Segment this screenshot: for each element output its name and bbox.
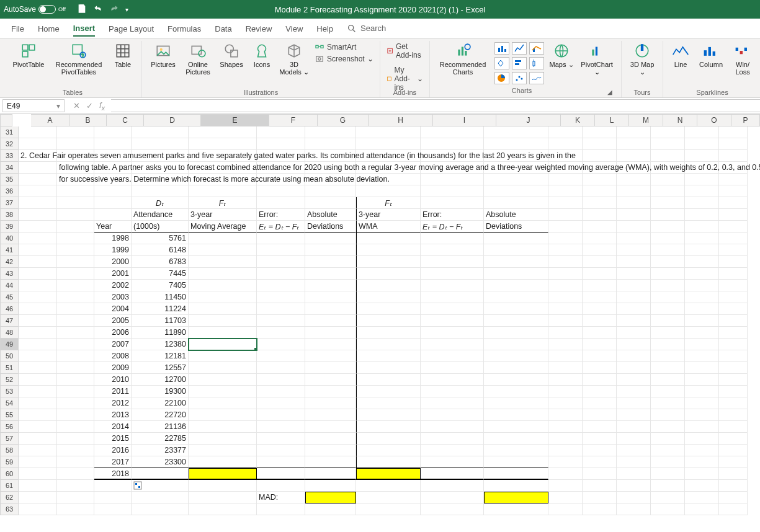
- cell[interactable]: [57, 280, 94, 291]
- cell[interactable]: [257, 350, 305, 362]
- cell[interactable]: [189, 303, 257, 315]
- scatter-chart-icon[interactable]: [512, 72, 527, 84]
- cell[interactable]: Eₜ = Dₜ − Fₜ: [421, 221, 484, 233]
- cell[interactable]: 2016: [94, 445, 132, 456]
- cell[interactable]: [651, 409, 685, 421]
- cell[interactable]: [617, 386, 651, 397]
- cell[interactable]: [132, 468, 189, 480]
- cell[interactable]: [719, 256, 748, 268]
- cell[interactable]: [94, 492, 132, 503]
- cell[interactable]: [189, 386, 257, 397]
- cell[interactable]: [421, 339, 484, 350]
- cell[interactable]: [548, 339, 583, 350]
- cell[interactable]: [651, 185, 685, 197]
- cell[interactable]: [189, 433, 257, 445]
- cell[interactable]: 12380: [132, 339, 189, 350]
- cell[interactable]: [132, 503, 189, 515]
- select-all-corner[interactable]: [0, 114, 12, 126]
- cell[interactable]: [583, 386, 617, 397]
- cell[interactable]: [685, 386, 719, 397]
- cell[interactable]: [19, 244, 57, 256]
- sparkline-line-button[interactable]: Line: [669, 42, 692, 68]
- cell[interactable]: [94, 138, 132, 150]
- cell[interactable]: [617, 185, 651, 197]
- cell[interactable]: [19, 197, 57, 209]
- cell[interactable]: [356, 503, 421, 515]
- cell[interactable]: Deviations: [484, 221, 548, 233]
- cell[interactable]: [719, 221, 748, 233]
- cell[interactable]: [583, 150, 617, 162]
- cell[interactable]: [356, 303, 421, 315]
- cell[interactable]: [305, 386, 356, 397]
- cell[interactable]: [617, 233, 651, 244]
- cell[interactable]: [189, 185, 257, 197]
- row-header[interactable]: 57: [0, 433, 19, 445]
- sparkline-column-button[interactable]: Column: [697, 42, 725, 68]
- cell[interactable]: 2018: [94, 468, 132, 480]
- cell[interactable]: [132, 480, 189, 492]
- cell[interactable]: [548, 433, 583, 445]
- pivottable-button[interactable]: PivotTable: [10, 42, 47, 68]
- cell[interactable]: [356, 327, 421, 339]
- cell[interactable]: [651, 315, 685, 327]
- column-header-O[interactable]: O: [697, 114, 731, 126]
- cell[interactable]: 2015: [94, 433, 132, 445]
- cell[interactable]: [19, 456, 57, 468]
- cell[interactable]: [132, 185, 189, 197]
- cell[interactable]: Fₜ: [189, 197, 257, 209]
- cell[interactable]: [305, 492, 356, 503]
- cell[interactable]: [19, 480, 57, 492]
- cell[interactable]: [583, 221, 617, 233]
- recommended-pivottables-button[interactable]: ? Recommended PivotTables: [52, 42, 105, 76]
- cell[interactable]: [651, 256, 685, 268]
- cancel-icon[interactable]: ✕: [73, 101, 80, 110]
- cell[interactable]: [421, 315, 484, 327]
- cell[interactable]: 2. Cedar Fair operates seven amusement p…: [19, 150, 57, 162]
- row-header[interactable]: 49: [0, 339, 19, 350]
- cell[interactable]: [189, 492, 257, 503]
- row-header[interactable]: 44: [0, 280, 19, 291]
- cell[interactable]: [356, 409, 421, 421]
- cell[interactable]: [484, 409, 548, 421]
- cell[interactable]: [617, 244, 651, 256]
- cell[interactable]: [257, 327, 305, 339]
- cell[interactable]: [719, 339, 748, 350]
- row-header[interactable]: 50: [0, 350, 19, 362]
- cell[interactable]: [583, 185, 617, 197]
- cell[interactable]: [685, 445, 719, 456]
- cell[interactable]: [421, 138, 484, 150]
- line-chart-icon[interactable]: [512, 42, 527, 55]
- row-header[interactable]: 54: [0, 397, 19, 409]
- cell[interactable]: 2009: [94, 362, 132, 374]
- cell[interactable]: 12557: [132, 362, 189, 374]
- cell[interactable]: [257, 409, 305, 421]
- cell[interactable]: 2004: [94, 303, 132, 315]
- cell[interactable]: [189, 350, 257, 362]
- cell[interactable]: [719, 362, 748, 374]
- cell[interactable]: [484, 362, 548, 374]
- table-button[interactable]: Table: [110, 42, 135, 68]
- cell[interactable]: [57, 468, 94, 480]
- cell[interactable]: 2002: [94, 280, 132, 291]
- cell[interactable]: 7405: [132, 280, 189, 291]
- cell[interactable]: [421, 268, 484, 280]
- row-header[interactable]: 47: [0, 315, 19, 327]
- cell[interactable]: [651, 197, 685, 209]
- tab-data[interactable]: Data: [215, 20, 231, 36]
- column-header-L[interactable]: L: [595, 114, 629, 126]
- cell[interactable]: 2006: [94, 327, 132, 339]
- cell[interactable]: [57, 221, 94, 233]
- cell[interactable]: [617, 374, 651, 386]
- cell[interactable]: [548, 138, 583, 150]
- cell[interactable]: [484, 456, 548, 468]
- pivotchart-button[interactable]: PivotChart ⌄: [579, 42, 615, 76]
- cell[interactable]: [305, 303, 356, 315]
- 3d-map-button[interactable]: 3D Map ⌄: [628, 42, 656, 76]
- cell[interactable]: [305, 409, 356, 421]
- cell[interactable]: 2001: [94, 268, 132, 280]
- cell[interactable]: [421, 197, 484, 209]
- cell[interactable]: [305, 233, 356, 244]
- undo-icon[interactable]: [93, 4, 103, 16]
- fx-icon[interactable]: fx: [99, 100, 105, 112]
- cell[interactable]: 11224: [132, 303, 189, 315]
